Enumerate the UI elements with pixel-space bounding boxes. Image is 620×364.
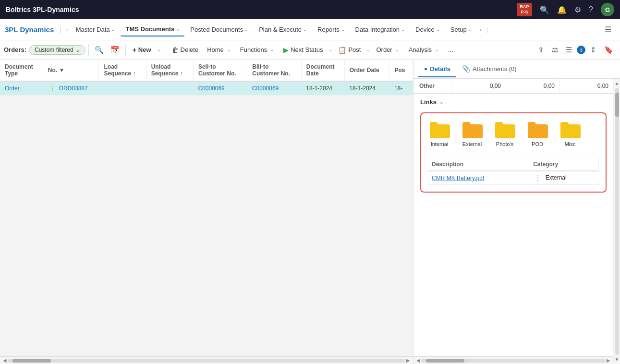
right-panel-inner: Other 0,00 0,00 0,00 Links ⌄ [413,79,620,364]
scrollbar-track[interactable] [8,359,405,363]
folder-internal[interactable]: Internal [428,120,451,147]
chevron-down-icon: ⌄ [303,27,307,32]
other-row: Other 0,00 0,00 0,00 [413,79,613,94]
gear-icon[interactable]: ⚙ [574,5,581,14]
play-icon: ▶ [283,46,289,54]
table-wrapper: DocumentType No. ▼ LoadSequence ↑ Unload… [0,60,413,356]
search-button[interactable]: 🔍 [92,44,107,56]
folder-external-label: External [462,141,482,147]
cell-doc-type[interactable]: Order [0,81,43,96]
bottom-scrollbar[interactable]: ◀ ▶ [0,356,413,364]
chevron-down-icon: ⌄ [75,47,80,53]
search-icon[interactable]: 🔍 [540,5,549,14]
detail-tabs: ● Details 📎 Attachments (0) [413,60,620,79]
chevron-down-icon: ⌄ [226,45,231,54]
functions-button[interactable]: Functions ⌄ [236,43,279,56]
tab-attachments[interactable]: 📎 Attachments (0) [456,61,523,77]
folder-misc[interactable]: Misc [559,120,582,147]
toolbar: Orders: Custom filtered ⌄ 🔍 📅 + New ⌄ 🗑 … [0,40,620,60]
scroll-left-arrow[interactable]: ◀ [415,358,421,363]
right-panel-scrollbar[interactable]: ▲ ▼ [613,79,620,364]
cell-doc-date: 18-1-2024 [301,81,344,96]
cell-no: ⋮ ORD03887 [43,81,99,96]
bookmark-icon[interactable]: 🔖 [601,44,616,56]
table-row[interactable]: Order ⋮ ORD03887 C0000069 C0000069 [0,81,413,96]
post-icon: 📋 [338,46,346,54]
col-bill-to: Bill-toCustomer No. [247,60,301,81]
circle-icon: ● [424,65,427,72]
brand-label: 3PL Dynamics [5,25,54,34]
folder-internal-label: Internal [431,141,449,147]
new-dropdown-arrow[interactable]: ⌄ [156,45,162,54]
scrollbar-thumb[interactable] [12,359,51,363]
cell-sell-to[interactable]: C0000069 [193,81,247,96]
nav-item-data-integration[interactable]: Data Integration ⌄ [351,23,410,36]
scroll-left-arrow[interactable]: ◀ [2,358,8,363]
nav-prev-arrow[interactable]: ‹ [64,24,70,35]
toolbar-right: ⇧ ⚖ ☰ i ⇕ 🔖 [535,44,616,56]
orders-label: Orders: [4,46,26,53]
right-bottom-scrollbar[interactable]: ◀ ▶ [413,356,613,364]
custom-filter-button[interactable]: Custom filtered ⌄ [29,45,85,55]
links-header[interactable]: Links ⌄ [420,98,607,106]
chevron-down-icon: ⌄ [341,27,345,32]
main-content: DocumentType No. ▼ LoadSequence ↑ Unload… [0,60,620,364]
folder-photos[interactable]: Photo's [493,120,516,147]
post-button[interactable]: 📋 Post [334,44,365,56]
more-button[interactable]: ... [444,44,457,55]
post-dropdown-arrow[interactable]: ⌄ [365,45,371,54]
order-button[interactable]: Order ⌄ [372,43,403,56]
list-icon[interactable]: ☰ [563,44,575,56]
nav-item-reports[interactable]: Reports ⌄ [313,23,350,36]
analysis-button[interactable]: Analysis ⌄ [405,43,443,56]
folder-icon [493,120,516,139]
nav-next-arrow[interactable]: › [478,24,484,35]
scroll-up-arrow[interactable]: ▲ [614,80,620,87]
scrollbar-thumb[interactable] [426,359,464,363]
nav-item-master-data[interactable]: Master Data ⌄ [71,23,120,36]
bell-icon[interactable]: 🔔 [557,5,567,14]
scroll-right-arrow[interactable]: ▶ [405,358,411,363]
nav-item-tms-documents[interactable]: TMS Documents ⌄ [121,23,184,36]
hamburger-icon[interactable]: ☰ [601,23,615,36]
link-context-menu[interactable]: ⋮ [533,174,543,181]
links-table: Description Category CMR MK Battery.pdf [428,158,599,185]
calendar-button[interactable]: 📅 [108,44,122,56]
link-name[interactable]: CMR MK Battery.pdf [432,175,484,182]
left-panel: DocumentType No. ▼ LoadSequence ↑ Unload… [0,60,413,364]
rap-badge: RAP P-S [517,3,532,16]
scroll-right-arrow[interactable]: ▶ [606,358,611,363]
next-status-button[interactable]: ▶ Next Status [280,44,327,56]
scroll-track[interactable] [615,88,619,355]
folder-external[interactable]: External [461,120,484,147]
cell-bill-to[interactable]: C0000069 [247,81,301,96]
filter-icon[interactable]: ⚖ [549,44,561,56]
scroll-down-arrow[interactable]: ▼ [614,356,620,363]
next-status-dropdown-arrow[interactable]: ⌄ [328,45,333,54]
avatar[interactable]: G [601,3,614,16]
folder-icon [461,120,484,139]
plus-icon: + [133,46,136,54]
topbar: Boltrics 3PL-Dynamics RAP P-S 🔍 🔔 ⚙ ? G [0,0,620,19]
tab-details[interactable]: ● Details [418,61,456,77]
help-icon[interactable]: ? [589,5,593,14]
links-col-description: Description [428,158,529,171]
col-doc-date: DocumentDate [301,60,344,81]
new-button[interactable]: + New [129,44,155,56]
link-category-cell: ⋮ External [529,171,599,184]
scroll-thumb[interactable] [615,93,619,117]
home-button[interactable]: Home ⌄ [203,43,235,56]
nav-item-setup[interactable]: Setup ⌄ [446,23,477,36]
cell-pos: 18- [389,81,413,96]
nav-item-device[interactable]: Device ⌄ [411,23,445,36]
trash-icon: 🗑 [172,46,179,54]
delete-button[interactable]: 🗑 Delete [168,44,203,56]
nav-item-posted-documents[interactable]: Posted Documents ⌄ [185,23,253,36]
expand-icon[interactable]: ⇕ [587,44,599,56]
folder-pod[interactable]: POD [526,120,549,147]
nav-item-plan-execute[interactable]: Plan & Execute ⌄ [254,23,312,36]
share-icon[interactable]: ⇧ [535,44,547,56]
info-icon[interactable]: i [577,46,585,54]
scrollbar-track[interactable] [421,359,606,363]
row-context-menu[interactable]: ⋮ [48,85,57,92]
